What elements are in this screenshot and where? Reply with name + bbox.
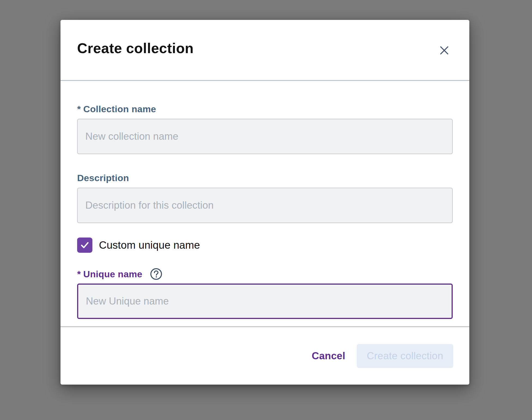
dialog-header: Create collection [61, 20, 469, 80]
custom-unique-name-label: Custom unique name [99, 239, 200, 251]
unique-name-label-row: *Unique name [77, 268, 453, 280]
dialog-body: *Collection name Description Custom uniq… [61, 81, 469, 326]
help-circle-icon [150, 268, 162, 280]
description-label: Description [77, 173, 453, 183]
close-button[interactable] [438, 44, 451, 57]
field-collection-name: *Collection name [77, 104, 453, 154]
description-label-text: Description [77, 173, 129, 183]
field-unique-name: *Unique name [77, 268, 453, 319]
cancel-button[interactable]: Cancel [308, 348, 349, 364]
description-input[interactable] [77, 188, 453, 223]
close-icon [440, 46, 449, 55]
required-marker: * [77, 104, 81, 114]
unique-name-label-text: Unique name [83, 269, 143, 279]
unique-name-label: *Unique name [77, 269, 142, 279]
unique-name-input[interactable] [77, 284, 453, 319]
dialog-title: Create collection [77, 40, 453, 56]
collection-name-label-text: Collection name [83, 104, 156, 114]
dimmed-overlay: { "dialog": { "title": "Create collectio… [0, 0, 532, 420]
help-button[interactable] [150, 268, 162, 280]
required-marker: * [77, 269, 81, 279]
custom-unique-name-checkbox[interactable] [77, 238, 92, 253]
dialog-footer: Cancel Create collection [61, 327, 469, 385]
custom-unique-name-row: Custom unique name [77, 238, 453, 253]
create-collection-dialog: Create collection *Collection name Descr… [61, 20, 469, 385]
collection-name-label: *Collection name [77, 104, 453, 114]
collection-name-input[interactable] [77, 119, 453, 154]
create-collection-button[interactable]: Create collection [357, 344, 453, 368]
field-description: Description [77, 173, 453, 223]
checkmark-icon [80, 240, 90, 250]
